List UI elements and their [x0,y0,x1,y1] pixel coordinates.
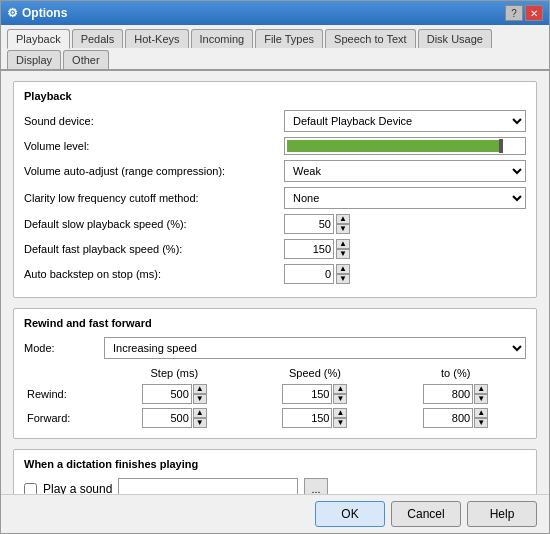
rewind-to-spin: ▲ ▼ [474,384,488,404]
dictation-group: When a dictation finishes playing Play a… [13,449,537,494]
forward-step-down[interactable]: ▼ [193,418,207,428]
forward-to-input[interactable] [423,408,473,428]
col-step-header: Step (ms) [104,367,245,382]
sound-device-control: Default Playback Device [284,110,526,132]
fast-speed-spinbox: ▲ ▼ [284,239,526,259]
col-empty [24,367,104,382]
slow-speed-spinbox: ▲ ▼ [284,214,526,234]
window-title: Options [22,6,67,20]
volume-auto-row: Volume auto-adjust (range compression): … [24,160,526,182]
options-window: ⚙ Options ? ✕ Playback Pedals Hot-Keys I… [0,0,550,534]
tab-pedals[interactable]: Pedals [72,29,124,48]
volume-auto-label: Volume auto-adjust (range compression): [24,165,284,177]
sound-device-select[interactable]: Default Playback Device [284,110,526,132]
backstep-label: Auto backstep on stop (ms): [24,268,284,280]
dictation-title: When a dictation finishes playing [24,458,526,470]
sound-device-label: Sound device: [24,115,284,127]
play-sound-checkbox[interactable] [24,483,37,495]
help-button[interactable]: Help [467,501,537,527]
volume-handle [499,139,503,153]
volume-control[interactable] [284,137,526,155]
rewind-step-up[interactable]: ▲ [193,384,207,394]
forward-label: Forward: [24,406,104,430]
rewind-step-spin: ▲ ▼ [193,384,207,404]
playback-group: Playback Sound device: Default Playback … [13,81,537,298]
play-sound-label: Play a sound [43,482,112,494]
volume-bar-container[interactable] [284,137,526,155]
fast-speed-down[interactable]: ▼ [336,249,350,259]
rewind-step-input[interactable] [142,384,192,404]
forward-to-down[interactable]: ▼ [474,418,488,428]
cancel-button[interactable]: Cancel [391,501,461,527]
rewind-to-spinbox: ▲ ▼ [388,384,523,404]
tab-display[interactable]: Display [7,50,61,69]
forward-row: Forward: ▲ ▼ [24,406,526,430]
backstep-spinbox: ▲ ▼ [284,264,526,284]
title-bar-left: ⚙ Options [7,6,67,20]
slow-speed-down[interactable]: ▼ [336,224,350,234]
backstep-down[interactable]: ▼ [336,274,350,284]
rewind-to-up[interactable]: ▲ [474,384,488,394]
backstep-input[interactable] [284,264,334,284]
tab-diskusage[interactable]: Disk Usage [418,29,492,48]
forward-step-up[interactable]: ▲ [193,408,207,418]
rewind-to-down[interactable]: ▼ [474,394,488,404]
fast-speed-up[interactable]: ▲ [336,239,350,249]
rewind-speed-down[interactable]: ▼ [333,394,347,404]
mode-row: Mode: Increasing speed [24,337,526,359]
slow-speed-spin-buttons: ▲ ▼ [336,214,350,234]
forward-step-input[interactable] [142,408,192,428]
forward-speed-up[interactable]: ▲ [333,408,347,418]
fast-speed-control: ▲ ▼ [284,239,526,259]
forward-step-spinbox: ▲ ▼ [107,408,242,428]
rewind-label: Rewind: [24,382,104,406]
rewind-to-input[interactable] [423,384,473,404]
forward-speed-input[interactable] [282,408,332,428]
volume-bar [287,140,499,152]
fast-speed-label: Default fast playback speed (%): [24,243,284,255]
backstep-spin-buttons: ▲ ▼ [336,264,350,284]
backstep-up[interactable]: ▲ [336,264,350,274]
rewind-step-spinbox: ▲ ▼ [107,384,242,404]
tab-incoming[interactable]: Incoming [191,29,254,48]
tab-playback[interactable]: Playback [7,29,70,49]
fast-speed-input[interactable] [284,239,334,259]
mode-control: Increasing speed [104,337,526,359]
rewind-row: Rewind: ▲ ▼ [24,382,526,406]
forward-speed-spin: ▲ ▼ [333,408,347,428]
forward-to-spinbox: ▲ ▼ [388,408,523,428]
tab-filetypes[interactable]: File Types [255,29,323,48]
volume-auto-select[interactable]: Weak [284,160,526,182]
close-title-btn[interactable]: ✕ [525,5,543,21]
footer: OK Cancel Help [1,494,549,533]
sound-device-row: Sound device: Default Playback Device [24,110,526,132]
backstep-row: Auto backstep on stop (ms): ▲ ▼ [24,264,526,284]
tabs-bar: Playback Pedals Hot-Keys Incoming File T… [1,25,549,71]
rewind-speed-up[interactable]: ▲ [333,384,347,394]
slow-speed-input[interactable] [284,214,334,234]
fast-speed-row: Default fast playback speed (%): ▲ ▼ [24,239,526,259]
rewind-speed-input[interactable] [282,384,332,404]
clarity-select[interactable]: None [284,187,526,209]
rewind-step-down[interactable]: ▼ [193,394,207,404]
clarity-control: None [284,187,526,209]
play-sound-input[interactable] [118,478,298,494]
rewind-ff-title: Rewind and fast forward [24,317,526,329]
mode-label: Mode: [24,342,104,354]
title-icon: ⚙ [7,6,18,20]
browse-button[interactable]: ... [304,478,327,494]
forward-step-spin: ▲ ▼ [193,408,207,428]
mode-select[interactable]: Increasing speed [104,337,526,359]
forward-speed-down[interactable]: ▼ [333,418,347,428]
slow-speed-up[interactable]: ▲ [336,214,350,224]
forward-to-up[interactable]: ▲ [474,408,488,418]
tab-other[interactable]: Other [63,50,109,69]
ok-button[interactable]: OK [315,501,385,527]
help-title-btn[interactable]: ? [505,5,523,21]
play-sound-row: Play a sound ... [24,478,526,494]
tab-speechtotext[interactable]: Speech to Text [325,29,416,48]
rewind-ff-group: Rewind and fast forward Mode: Increasing… [13,308,537,439]
tab-hotkeys[interactable]: Hot-Keys [125,29,188,48]
slow-speed-row: Default slow playback speed (%): ▲ ▼ [24,214,526,234]
title-bar: ⚙ Options ? ✕ [1,1,549,25]
